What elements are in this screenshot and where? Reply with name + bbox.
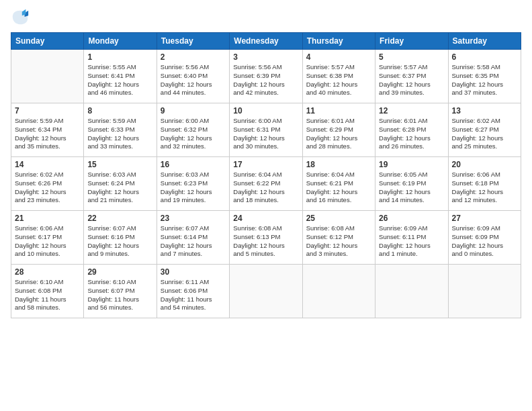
day-info: Sunrise: 6:09 AMSunset: 6:09 PMDaylight:… <box>452 224 517 259</box>
day-header-tuesday: Tuesday <box>157 33 229 50</box>
day-number: 3 <box>233 52 298 62</box>
day-header-monday: Monday <box>84 33 157 50</box>
calendar-cell: 16Sunrise: 6:03 AMSunset: 6:23 PMDayligh… <box>157 157 229 211</box>
day-number: 28 <box>15 267 80 277</box>
day-info: Sunrise: 6:07 AMSunset: 6:16 PMDaylight:… <box>87 224 152 259</box>
day-number: 6 <box>452 52 517 62</box>
week-row-2: 14Sunrise: 6:02 AMSunset: 6:26 PMDayligh… <box>11 157 521 211</box>
day-info: Sunrise: 6:00 AMSunset: 6:31 PMDaylight:… <box>233 117 298 151</box>
day-info: Sunrise: 5:56 AMSunset: 6:39 PMDaylight:… <box>233 63 298 97</box>
day-info: Sunrise: 5:56 AMSunset: 6:40 PMDaylight:… <box>161 63 226 97</box>
day-info: Sunrise: 5:58 AMSunset: 6:35 PMDaylight:… <box>452 63 517 97</box>
day-info: Sunrise: 5:55 AMSunset: 6:41 PMDaylight:… <box>87 63 152 97</box>
day-info: Sunrise: 5:57 AMSunset: 6:37 PMDaylight:… <box>379 63 444 97</box>
calendar-cell: 17Sunrise: 6:04 AMSunset: 6:22 PMDayligh… <box>230 157 302 211</box>
day-info: Sunrise: 5:59 AMSunset: 6:33 PMDaylight:… <box>87 117 152 151</box>
calendar: SundayMondayTuesdayWednesdayThursdayFrid… <box>11 32 521 318</box>
day-number: 29 <box>87 267 152 277</box>
day-number: 24 <box>233 214 298 223</box>
day-header-sunday: Sunday <box>11 33 84 50</box>
day-header-friday: Friday <box>375 33 448 50</box>
calendar-cell: 4Sunrise: 5:57 AMSunset: 6:38 PMDaylight… <box>302 50 375 103</box>
day-info: Sunrise: 6:02 AMSunset: 6:27 PMDaylight:… <box>452 117 517 151</box>
day-info: Sunrise: 6:04 AMSunset: 6:21 PMDaylight:… <box>306 171 371 205</box>
calendar-cell: 24Sunrise: 6:08 AMSunset: 6:13 PMDayligh… <box>230 211 302 265</box>
page: SundayMondayTuesdayWednesdayThursdayFrid… <box>0 0 532 411</box>
day-number: 13 <box>452 106 517 116</box>
day-number: 1 <box>87 52 152 62</box>
day-info: Sunrise: 6:06 AMSunset: 6:17 PMDaylight:… <box>15 224 80 259</box>
day-number: 2 <box>161 52 226 62</box>
calendar-cell: 6Sunrise: 5:58 AMSunset: 6:35 PMDaylight… <box>448 50 521 103</box>
calendar-cell <box>11 50 84 103</box>
calendar-cell: 2Sunrise: 5:56 AMSunset: 6:40 PMDaylight… <box>157 50 229 103</box>
day-info: Sunrise: 5:57 AMSunset: 6:38 PMDaylight:… <box>306 63 371 97</box>
calendar-cell: 21Sunrise: 6:06 AMSunset: 6:17 PMDayligh… <box>11 211 84 265</box>
day-header-wednesday: Wednesday <box>230 33 302 50</box>
day-info: Sunrise: 6:02 AMSunset: 6:26 PMDaylight:… <box>15 171 80 205</box>
calendar-cell: 12Sunrise: 6:01 AMSunset: 6:28 PMDayligh… <box>375 103 448 157</box>
calendar-cell: 3Sunrise: 5:56 AMSunset: 6:39 PMDaylight… <box>230 50 302 103</box>
calendar-cell: 1Sunrise: 5:55 AMSunset: 6:41 PMDaylight… <box>84 50 157 103</box>
day-number: 7 <box>15 106 80 116</box>
calendar-cell: 8Sunrise: 5:59 AMSunset: 6:33 PMDaylight… <box>84 103 157 157</box>
day-info: Sunrise: 6:09 AMSunset: 6:11 PMDaylight:… <box>379 224 444 259</box>
day-info: Sunrise: 6:00 AMSunset: 6:32 PMDaylight:… <box>161 117 226 151</box>
day-number: 26 <box>379 214 444 223</box>
calendar-cell: 26Sunrise: 6:09 AMSunset: 6:11 PMDayligh… <box>375 211 448 265</box>
day-number: 21 <box>15 214 80 223</box>
day-number: 27 <box>452 214 517 223</box>
day-info: Sunrise: 6:03 AMSunset: 6:24 PMDaylight:… <box>87 171 152 205</box>
calendar-cell <box>230 265 302 318</box>
day-info: Sunrise: 6:03 AMSunset: 6:23 PMDaylight:… <box>161 171 226 205</box>
week-row-3: 21Sunrise: 6:06 AMSunset: 6:17 PMDayligh… <box>11 211 521 265</box>
day-number: 10 <box>233 106 298 116</box>
day-info: Sunrise: 6:10 AMSunset: 6:08 PMDaylight:… <box>15 278 80 312</box>
calendar-cell: 25Sunrise: 6:08 AMSunset: 6:12 PMDayligh… <box>302 211 375 265</box>
calendar-cell <box>302 265 375 318</box>
calendar-cell <box>375 265 448 318</box>
day-number: 5 <box>379 52 444 62</box>
day-number: 9 <box>161 106 226 116</box>
day-info: Sunrise: 6:08 AMSunset: 6:13 PMDaylight:… <box>233 224 298 259</box>
calendar-cell: 22Sunrise: 6:07 AMSunset: 6:16 PMDayligh… <box>84 211 157 265</box>
day-info: Sunrise: 5:59 AMSunset: 6:34 PMDaylight:… <box>15 117 80 151</box>
day-number: 8 <box>87 106 152 116</box>
calendar-cell: 9Sunrise: 6:00 AMSunset: 6:32 PMDaylight… <box>157 103 229 157</box>
week-row-4: 28Sunrise: 6:10 AMSunset: 6:08 PMDayligh… <box>11 265 521 318</box>
day-number: 11 <box>306 106 371 116</box>
calendar-cell: 11Sunrise: 6:01 AMSunset: 6:29 PMDayligh… <box>302 103 375 157</box>
calendar-header-row: SundayMondayTuesdayWednesdayThursdayFrid… <box>11 33 521 50</box>
day-number: 14 <box>15 160 80 169</box>
week-row-1: 7Sunrise: 5:59 AMSunset: 6:34 PMDaylight… <box>11 103 521 157</box>
calendar-cell: 20Sunrise: 6:06 AMSunset: 6:18 PMDayligh… <box>448 157 521 211</box>
calendar-cell: 23Sunrise: 6:07 AMSunset: 6:14 PMDayligh… <box>157 211 229 265</box>
day-info: Sunrise: 6:01 AMSunset: 6:29 PMDaylight:… <box>306 117 371 151</box>
day-info: Sunrise: 6:07 AMSunset: 6:14 PMDaylight:… <box>161 224 226 259</box>
day-number: 19 <box>379 160 444 169</box>
logo-icon <box>11 8 30 27</box>
day-number: 23 <box>161 214 226 223</box>
calendar-cell: 27Sunrise: 6:09 AMSunset: 6:09 PMDayligh… <box>448 211 521 265</box>
calendar-cell: 30Sunrise: 6:11 AMSunset: 6:06 PMDayligh… <box>157 265 229 318</box>
day-number: 20 <box>452 160 517 169</box>
day-number: 16 <box>161 160 226 169</box>
logo <box>11 8 32 27</box>
calendar-cell: 13Sunrise: 6:02 AMSunset: 6:27 PMDayligh… <box>448 103 521 157</box>
day-info: Sunrise: 6:04 AMSunset: 6:22 PMDaylight:… <box>233 171 298 205</box>
calendar-cell: 29Sunrise: 6:10 AMSunset: 6:07 PMDayligh… <box>84 265 157 318</box>
day-info: Sunrise: 6:06 AMSunset: 6:18 PMDaylight:… <box>452 171 517 205</box>
day-info: Sunrise: 6:10 AMSunset: 6:07 PMDaylight:… <box>87 278 152 312</box>
day-info: Sunrise: 6:05 AMSunset: 6:19 PMDaylight:… <box>379 171 444 205</box>
day-info: Sunrise: 6:08 AMSunset: 6:12 PMDaylight:… <box>306 224 371 259</box>
day-number: 15 <box>87 160 152 169</box>
calendar-cell: 15Sunrise: 6:03 AMSunset: 6:24 PMDayligh… <box>84 157 157 211</box>
day-header-saturday: Saturday <box>448 33 521 50</box>
day-header-thursday: Thursday <box>302 33 375 50</box>
day-info: Sunrise: 6:01 AMSunset: 6:28 PMDaylight:… <box>379 117 444 151</box>
calendar-cell: 7Sunrise: 5:59 AMSunset: 6:34 PMDaylight… <box>11 103 84 157</box>
day-number: 18 <box>306 160 371 169</box>
day-number: 17 <box>233 160 298 169</box>
calendar-cell: 5Sunrise: 5:57 AMSunset: 6:37 PMDaylight… <box>375 50 448 103</box>
day-number: 12 <box>379 106 444 116</box>
